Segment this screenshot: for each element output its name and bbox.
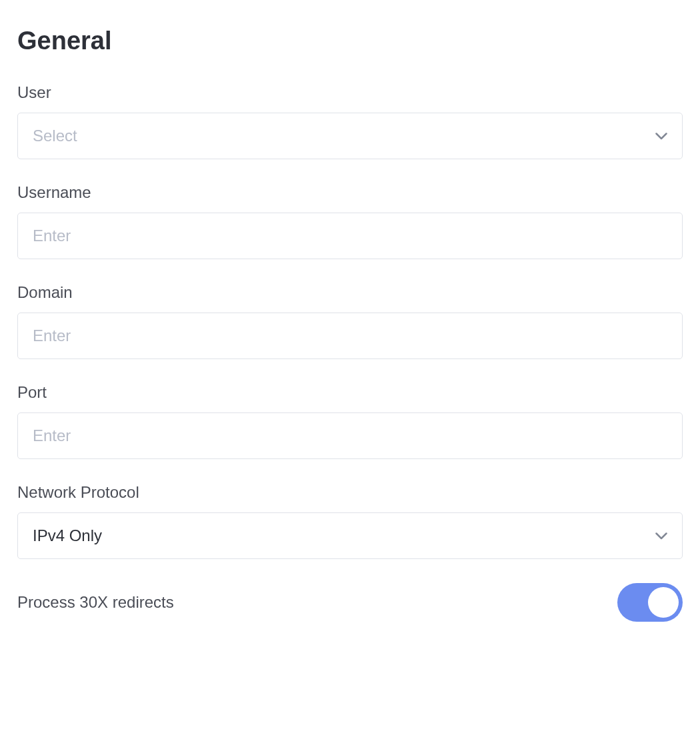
username-label: Username — [17, 183, 683, 202]
network-protocol-field-group: Network Protocol IPv4 Only — [17, 483, 683, 559]
chevron-down-icon — [655, 130, 667, 142]
toggle-knob — [648, 587, 679, 618]
domain-input[interactable] — [17, 313, 683, 359]
process-redirects-row: Process 30X redirects — [17, 583, 683, 622]
process-redirects-label: Process 30X redirects — [17, 593, 174, 612]
port-field-group: Port — [17, 383, 683, 459]
username-field-group: Username — [17, 183, 683, 259]
network-protocol-label: Network Protocol — [17, 483, 683, 502]
user-select-placeholder: Select — [33, 127, 77, 145]
user-field-group: User Select — [17, 83, 683, 159]
port-input[interactable] — [17, 412, 683, 459]
username-input[interactable] — [17, 213, 683, 259]
network-protocol-select[interactable]: IPv4 Only — [17, 512, 683, 559]
network-protocol-value: IPv4 Only — [33, 526, 102, 545]
domain-field-group: Domain — [17, 283, 683, 359]
process-redirects-toggle[interactable] — [617, 583, 683, 622]
user-select[interactable]: Select — [17, 113, 683, 159]
section-title: General — [17, 27, 683, 55]
chevron-down-icon — [655, 530, 667, 542]
domain-label: Domain — [17, 283, 683, 302]
user-label: User — [17, 83, 683, 102]
port-label: Port — [17, 383, 683, 402]
